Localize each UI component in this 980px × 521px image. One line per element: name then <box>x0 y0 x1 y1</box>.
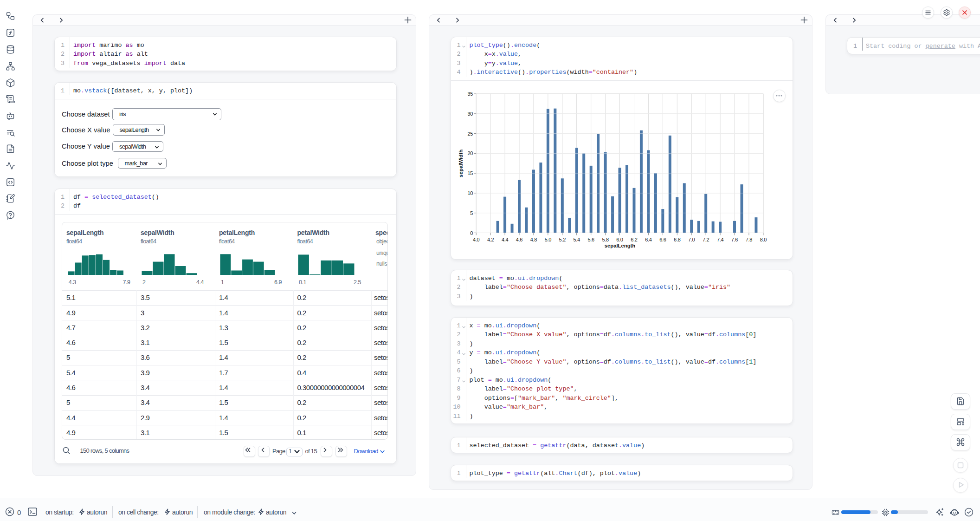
svg-text:6.4: 6.4 <box>645 237 652 242</box>
svg-text:7.0: 7.0 <box>688 237 695 242</box>
svg-text:5: 5 <box>470 210 473 216</box>
svg-text:25: 25 <box>467 131 473 137</box>
svg-text:5.0: 5.0 <box>544 237 551 242</box>
svg-text:8.0: 8.0 <box>760 237 767 242</box>
svg-text:4.2: 4.2 <box>487 237 494 242</box>
svg-text:6.8: 6.8 <box>674 237 681 242</box>
svg-text:5.4: 5.4 <box>573 237 580 242</box>
svg-text:15: 15 <box>467 170 473 176</box>
svg-text:10: 10 <box>467 190 473 196</box>
svg-text:sepalWidth: sepalWidth <box>458 150 464 177</box>
svg-text:4.6: 4.6 <box>516 237 522 242</box>
svg-text:4.0: 4.0 <box>472 237 479 242</box>
svg-text:20: 20 <box>467 150 473 156</box>
svg-text:5.8: 5.8 <box>602 237 609 242</box>
svg-text:4.8: 4.8 <box>530 237 537 242</box>
svg-text:5.6: 5.6 <box>587 237 594 242</box>
svg-text:5.2: 5.2 <box>559 237 566 242</box>
svg-text:7.6: 7.6 <box>731 237 738 242</box>
svg-text:6.2: 6.2 <box>631 237 638 242</box>
svg-text:0: 0 <box>470 230 473 236</box>
svg-text:7.2: 7.2 <box>702 237 709 242</box>
svg-text:6.0: 6.0 <box>616 237 623 242</box>
svg-text:sepalLength: sepalLength <box>604 243 635 248</box>
svg-text:4.4: 4.4 <box>501 237 508 242</box>
svg-text:6.6: 6.6 <box>659 237 666 242</box>
svg-text:7.4: 7.4 <box>716 237 723 242</box>
svg-text:7.8: 7.8 <box>745 237 752 242</box>
svg-text:35: 35 <box>467 91 473 97</box>
svg-text:30: 30 <box>467 111 473 117</box>
